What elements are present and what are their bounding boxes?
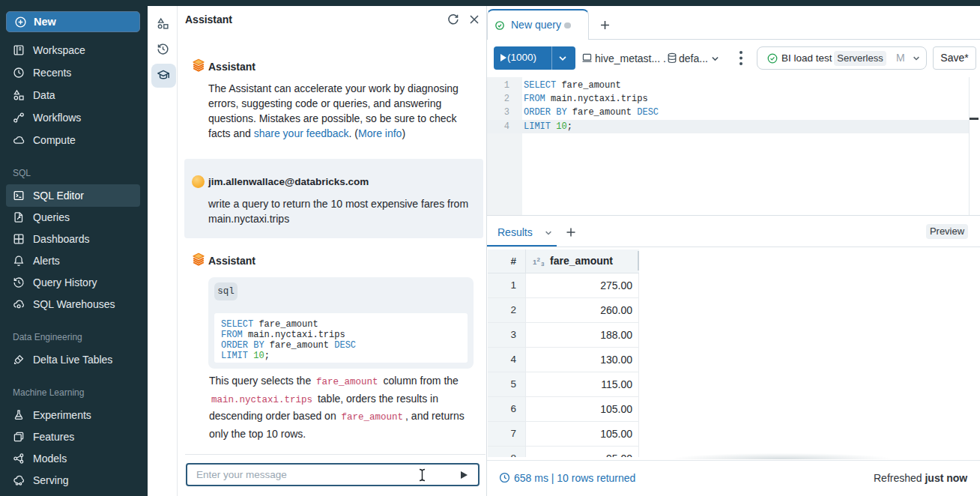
svg-text:3: 3 [541,261,545,267]
svg-text:2: 2 [537,256,541,263]
